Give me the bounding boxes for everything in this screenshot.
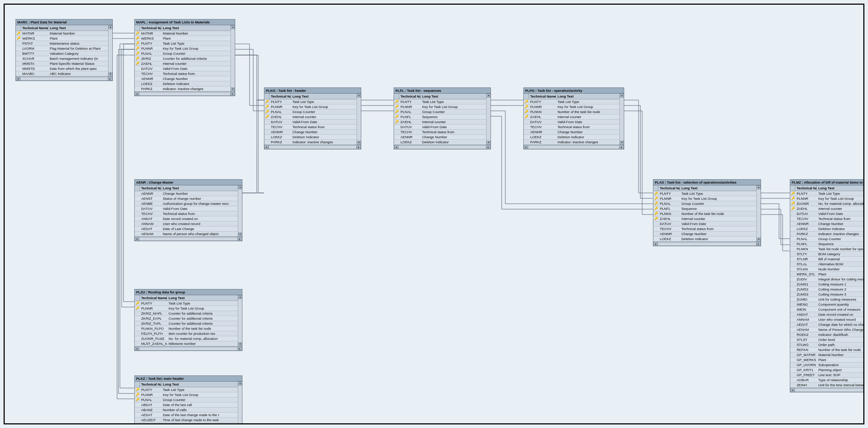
field-row[interactable]: PZLFH_PLFHItem counter for production re… [135, 331, 242, 336]
field-row[interactable]: 🔑PLNALGroup Counter [264, 109, 361, 114]
field-row[interactable]: TECHVTechnical status from [653, 226, 761, 231]
horizontal-scrollbar[interactable]: ◂▸ [16, 76, 112, 81]
scroll-down-icon[interactable]: ▾ [238, 342, 242, 346]
field-row[interactable]: ZEINHUnit for the time interval between … [790, 383, 864, 388]
field-row[interactable]: 🔑PLNFLSequence [394, 114, 491, 120]
field-row[interactable]: DATUVValid-From Date [524, 120, 624, 125]
field-row[interactable]: LOEKZDeletion Indicator [135, 81, 235, 86]
field-row[interactable]: DATUVValid-From Date [135, 206, 242, 211]
field-row[interactable]: GP_MATNRMaterial Number [790, 352, 864, 357]
scroll-left-icon[interactable]: ◂ [790, 388, 795, 392]
field-row[interactable]: WERK_STLPlant [790, 272, 864, 277]
field-row[interactable]: STLSTOrder level [790, 337, 864, 342]
field-row[interactable]: 🔑ZAEHLInternal counter [790, 206, 864, 211]
field-row[interactable]: LOEKZDeletion Indicator [264, 135, 361, 140]
field-row[interactable]: AENAMName of Person Who Changed Obje [790, 327, 864, 332]
horizontal-scrollbar[interactable]: ◂▸ [653, 242, 761, 246]
scroll-up-icon[interactable]: ▴ [108, 25, 112, 29]
field-row[interactable]: LOEKZDeletion Indicator [394, 140, 491, 145]
entity-PLPO[interactable]: PLPO : Task list - operation/activityTec… [523, 87, 624, 149]
field-row[interactable]: IMENGComponent quantity [790, 302, 864, 307]
horizontal-scrollbar[interactable]: ◂▸ [135, 91, 235, 96]
entity-PLMZ[interactable]: PLMZ : Allocation of bill of material it… [790, 179, 864, 392]
field-row[interactable]: TECHVTechnical status from [264, 125, 361, 130]
field-row[interactable]: 🔑PLNTYTask List Type [135, 387, 242, 392]
vertical-scrollbar[interactable]: ▴▾ [238, 382, 242, 424]
field-row[interactable]: PARKZIndicator: inactive changes [264, 140, 361, 145]
field-row[interactable]: 🔑PLNTYTask List Type [135, 41, 235, 46]
field-row[interactable]: GP_WERKSPlant [790, 357, 864, 362]
scroll-down-icon[interactable]: ▾ [357, 141, 361, 145]
vertical-scrollbar[interactable]: ▴▾ [238, 185, 242, 236]
scroll-left-icon[interactable]: ◂ [135, 92, 139, 96]
field-row[interactable]: DATUVValid-From Date [394, 125, 491, 130]
field-row[interactable]: ZUMEIUnit for cutting measures [790, 297, 864, 302]
field-row[interactable]: 🔑PLNFLSequence [653, 206, 761, 211]
field-row[interactable]: PSTATMaintenance status [16, 41, 112, 46]
field-row[interactable]: GP_KRIT1Planning object [790, 368, 864, 373]
field-row[interactable]: 🔑PLNNRKey for Task List Group [264, 104, 361, 109]
field-row[interactable]: ZKRIZ_TAPLCounter for additional criteri… [135, 321, 242, 326]
scroll-right-icon[interactable]: ▸ [231, 92, 235, 96]
field-row[interactable]: PLNFLSequence [790, 242, 864, 247]
entity-MAPL[interactable]: MAPL : Assignment of Task Lists to Mater… [134, 19, 235, 96]
scroll-left-icon[interactable]: ◂ [653, 242, 658, 246]
field-row[interactable]: 🔑MATNRMaterial Number [135, 31, 235, 36]
scroll-right-icon[interactable]: ▸ [238, 347, 242, 351]
field-row[interactable]: PARKZIndicator: inactive changes [790, 231, 864, 236]
field-row[interactable]: AENAMName of person who changed object [135, 231, 242, 236]
vertical-scrollbar[interactable]: ▴▾ [357, 94, 361, 145]
field-row[interactable]: 🔑PLNTYTask List Type [653, 191, 761, 196]
field-row[interactable]: ANNAMUser who created record [135, 221, 242, 226]
scroll-up-icon[interactable]: ▴ [238, 295, 242, 299]
field-row[interactable]: LOEKZDeletion Indicator [524, 135, 624, 140]
scroll-right-icon[interactable]: ▸ [357, 145, 361, 149]
field-row[interactable]: 🔑PLNNRKey for Task List Group [135, 306, 242, 311]
field-row[interactable]: ANDATDate record created on [135, 216, 242, 221]
field-row[interactable]: LOEKZDeletion Indicator [653, 236, 761, 242]
scroll-left-icon[interactable]: ◂ [16, 77, 20, 81]
horizontal-scrollbar[interactable]: ◂▸ [394, 145, 491, 149]
entity-PLAS[interactable]: PLAS : Task list - selection of operatio… [653, 179, 761, 246]
field-row[interactable]: 🔑PLNALGroup Counter [394, 109, 491, 114]
field-row[interactable]: ANDATDate record created on [790, 312, 864, 317]
field-row[interactable]: MLST_ZAEHL_MLSTMilestone number [135, 341, 242, 346]
field-row[interactable]: 🔑PLNTYTask List Type [135, 301, 242, 306]
field-row[interactable]: IMEINComponent unit of measure [790, 307, 864, 312]
field-row[interactable]: STLNRBill of material [790, 257, 864, 262]
entity-AENR[interactable]: AENR : Change MasterTechnical NamLong Te… [134, 179, 242, 241]
field-row[interactable]: 🔑WERKSPlant [16, 36, 112, 41]
field-row[interactable]: 🔑ZKRIZCounter for additional criteria [135, 56, 235, 61]
field-row[interactable]: 🔑PLNNRKey for Task List Group [524, 104, 624, 109]
field-row[interactable]: 🔑PLNNRKey for Task List Group [790, 196, 864, 201]
field-row[interactable]: ABDATDate of the last call [135, 402, 242, 407]
field-row[interactable]: PLNKN_PLPONumber of the task list node [135, 326, 242, 331]
scroll-up-icon[interactable]: ▴ [487, 94, 491, 98]
field-row[interactable]: LOEKZDeletion Indicator [790, 226, 864, 231]
field-row[interactable]: 🔑PLNNRKey for Task List Group [653, 196, 761, 201]
field-row[interactable]: AOBARType of relationship [790, 378, 864, 383]
field-row[interactable]: XCHARBatch management indicator (in [16, 56, 112, 61]
field-row[interactable]: 🔑MATNRMaterial Number [16, 31, 112, 36]
field-row[interactable]: PLNKNTask list node number for operation [790, 247, 864, 252]
vertical-scrollbar[interactable]: ▴▾ [486, 94, 491, 145]
field-row[interactable]: AEDATDate of Last Change [135, 226, 242, 231]
field-row[interactable]: TECHVTechnical status from [524, 125, 624, 130]
field-row[interactable]: TECHVTechnical status from [790, 216, 864, 221]
field-row[interactable]: AEDATDate of the last change made to the… [135, 413, 242, 418]
field-row[interactable]: BWTTYValuation Category [16, 51, 112, 56]
scroll-left-icon[interactable]: ◂ [135, 347, 139, 351]
field-row[interactable]: ZUDIVIntegral divisor for cutting measur… [790, 277, 864, 282]
horizontal-scrollbar[interactable]: ◂▸ [135, 346, 242, 351]
field-row[interactable]: AENNRChange Number [135, 76, 235, 81]
field-row[interactable]: 🔑ZAEHLInternal counter [264, 114, 361, 120]
field-row[interactable]: TECHVTechnical status from [135, 71, 235, 76]
field-row[interactable]: MAABCABC Indicator [16, 71, 112, 76]
field-row[interactable]: ZKRIZ_EAPLCounter for additional criteri… [135, 316, 242, 321]
field-row[interactable]: AENAMName of Person Who Changed Obje [135, 423, 242, 424]
scroll-right-icon[interactable]: ▸ [619, 145, 624, 149]
field-row[interactable]: GP_FREETLine text: SOP [790, 373, 864, 378]
field-row[interactable]: 🔑PLNNRKey for Task List Group [394, 104, 491, 109]
vertical-scrollbar[interactable]: ▴▾ [108, 25, 112, 76]
scroll-up-icon[interactable]: ▴ [231, 25, 235, 29]
